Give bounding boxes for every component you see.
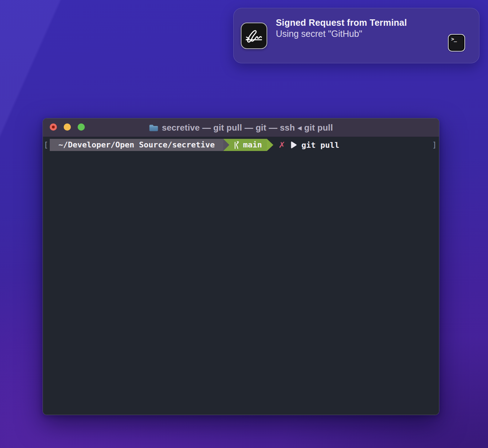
traffic-lights (50, 123, 85, 131)
prompt-path: ~/Developer/Open Source/secretive (58, 139, 215, 151)
powerline-separator-icon (223, 139, 229, 151)
prompt-arrow-icon (290, 141, 298, 149)
window-title: secretive — git pull — git — ssh ◂ git p… (162, 123, 333, 133)
notification-banner[interactable]: Signed Request from Terminal Using secre… (233, 8, 479, 63)
notification-title: Signed Request from Terminal (276, 18, 407, 28)
typed-command: git pull (302, 141, 340, 150)
notification-subtitle: Using secret "GitHub" (276, 29, 407, 39)
minimize-button[interactable] (64, 123, 71, 131)
branch-name: main (243, 139, 262, 151)
powerline-end-icon (267, 139, 273, 151)
close-button[interactable] (50, 123, 57, 131)
exit-status-x: ✗ (278, 140, 285, 150)
titlebar[interactable]: secretive — git pull — git — ssh ◂ git p… (43, 118, 439, 137)
prompt-path-segment: ~/Developer/Open Source/secretive (50, 139, 223, 151)
secretive-app-icon (241, 23, 267, 49)
title-group: secretive — git pull — git — ssh ◂ git p… (149, 123, 333, 133)
unsaved-dot (52, 126, 55, 128)
prompt-line: [ ~/Developer/Open Source/secretive (44, 139, 438, 151)
notification-text: Signed Request from Terminal Using secre… (276, 18, 407, 39)
prompt-branch-segment: main (223, 139, 267, 151)
folder-icon (149, 124, 158, 132)
terminal-icon: >_ (448, 34, 465, 52)
terminal-content[interactable]: [ ~/Developer/Open Source/secretive (43, 137, 439, 415)
zoom-button[interactable] (78, 123, 85, 131)
close-bracket: ] (432, 139, 437, 151)
terminal-window: secretive — git pull — git — ssh ◂ git p… (43, 118, 439, 415)
open-bracket: [ (44, 139, 48, 151)
git-branch-icon (233, 141, 240, 149)
terminal-glyph: >_ (451, 36, 457, 42)
signature-icon (242, 24, 266, 48)
desktop: Signed Request from Terminal Using secre… (0, 0, 488, 448)
